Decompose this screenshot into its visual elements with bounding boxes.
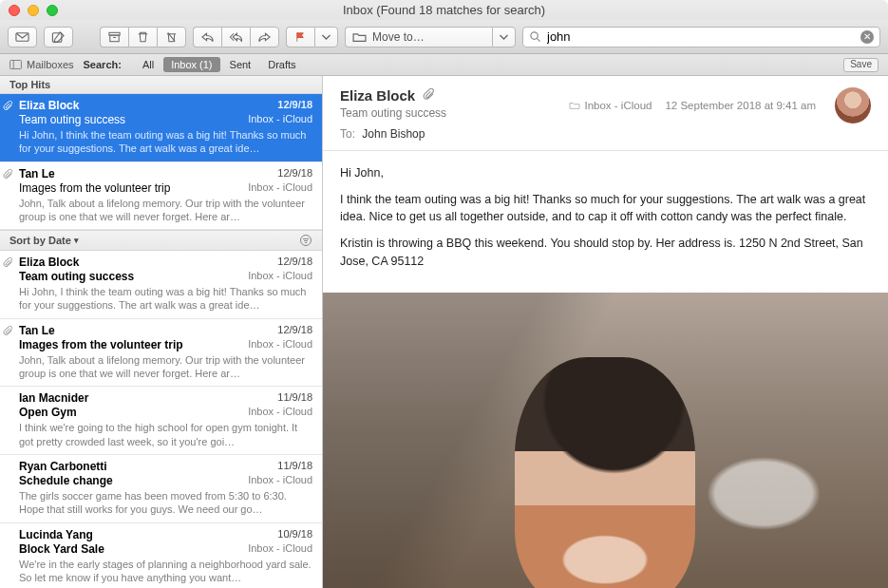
- row-mailbox: Inbox - iCloud: [248, 181, 312, 195]
- reply-icon: [200, 30, 215, 44]
- to-value[interactable]: John Bishop: [362, 127, 425, 141]
- flag-menu-button[interactable]: [314, 27, 338, 47]
- zoom-window-button[interactable]: [47, 5, 58, 16]
- row-mailbox: Inbox - iCloud: [248, 338, 312, 351]
- section-label: Top Hits: [9, 79, 50, 90]
- sort-label: Sort by Date: [9, 235, 71, 246]
- window-title: Inbox (Found 18 matches for search): [0, 3, 888, 17]
- archive-icon: [107, 30, 122, 44]
- chevron-down-icon: [497, 30, 511, 44]
- reply-group: [193, 27, 279, 47]
- svg-line-7: [537, 38, 539, 41]
- section-sort[interactable]: Sort by Date ▾: [0, 230, 322, 251]
- archive-delete-group: [100, 27, 186, 47]
- close-window-button[interactable]: [9, 5, 20, 16]
- folder-icon: [352, 30, 367, 44]
- row-date: 10/9/18: [277, 528, 312, 541]
- svg-point-6: [531, 32, 538, 39]
- chevron-down-icon: ▾: [74, 236, 79, 245]
- forward-button[interactable]: [250, 27, 279, 47]
- get-mail-button[interactable]: [8, 27, 37, 47]
- header-mailbox[interactable]: Inbox - iCloud: [569, 100, 652, 111]
- reply-button[interactable]: [193, 27, 221, 47]
- row-subject: Team outing success: [19, 113, 125, 126]
- row-subject: Open Gym: [19, 406, 77, 419]
- row-mailbox: Inbox - iCloud: [248, 113, 312, 126]
- message-row[interactable]: Eliza Block12/9/18Team outing successInb…: [0, 251, 322, 319]
- message-row[interactable]: Tan Le12/9/18Images from the volunteer t…: [0, 319, 322, 388]
- attachment-icon: [3, 169, 13, 181]
- minimize-window-button[interactable]: [28, 5, 39, 16]
- svg-rect-3: [110, 35, 119, 42]
- scope-all[interactable]: All: [135, 57, 161, 72]
- mailboxes-label: Mailboxes: [27, 59, 74, 70]
- moveto-menu-button[interactable]: [492, 27, 516, 47]
- scope-inbox[interactable]: Inbox (1): [163, 57, 219, 72]
- mailboxes-toggle[interactable]: Mailboxes: [9, 59, 74, 70]
- row-preview: John, Talk about a lifelong memory. Our …: [19, 353, 312, 381]
- search-filter-bar: Mailboxes Search: All Inbox (1) Sent Dra…: [0, 54, 888, 76]
- flag-button[interactable]: [286, 27, 314, 47]
- row-sender: Ryan Carbonetti: [19, 460, 107, 473]
- row-sender: Eliza Block: [19, 256, 79, 269]
- row-subject: Schedule change: [19, 474, 113, 487]
- search-scope-label: Search:: [84, 59, 122, 70]
- attachment-icon[interactable]: [423, 88, 435, 104]
- row-mailbox: Inbox - iCloud: [248, 406, 312, 419]
- clear-search-button[interactable]: ✕: [860, 30, 874, 44]
- row-date: 12/9/18: [277, 256, 312, 269]
- row-mailbox: Inbox - iCloud: [248, 270, 312, 283]
- chevron-down-icon: [319, 30, 333, 44]
- attachment-icon: [3, 101, 13, 113]
- attached-image[interactable]: [323, 293, 888, 588]
- message-row[interactable]: Ian Macnider11/9/18Open GymInbox - iClou…: [0, 387, 322, 455]
- message-row[interactable]: Tan Le12/9/18Images from the volunteer t…: [0, 162, 322, 231]
- message-list: Top Hits Eliza Block12/9/18Team outing s…: [0, 76, 323, 588]
- archive-button[interactable]: [100, 27, 128, 47]
- search-icon: [529, 30, 541, 43]
- row-sender: Eliza Block: [19, 99, 79, 112]
- message-header: Inbox - iCloud 12 September 2018 at 9:41…: [323, 76, 888, 151]
- filter-icon[interactable]: [299, 234, 312, 247]
- row-subject: Team outing success: [19, 270, 134, 283]
- delete-button[interactable]: [128, 27, 157, 47]
- row-subject: Block Yard Sale: [19, 542, 104, 556]
- envelope-icon: [15, 30, 29, 44]
- row-sender: Ian Macnider: [19, 391, 88, 405]
- reading-pane: Inbox - iCloud 12 September 2018 at 9:41…: [323, 76, 888, 588]
- message-row[interactable]: Eliza Block12/9/18Team outing successInb…: [0, 94, 322, 162]
- scope-sent[interactable]: Sent: [222, 57, 259, 72]
- flag-group: [286, 27, 338, 47]
- save-search-button[interactable]: Save: [843, 58, 879, 72]
- header-timestamp: 12 September 2018 at 9:41 am: [665, 100, 816, 111]
- message-row[interactable]: Ryan Carbonetti11/9/18Schedule changeInb…: [0, 455, 322, 523]
- row-date: 12/9/18: [277, 167, 312, 180]
- toolbar: Move to… ✕: [0, 20, 888, 54]
- header-to-row: To: John Bishop: [340, 127, 871, 141]
- search-field[interactable]: ✕: [522, 27, 880, 47]
- search-input[interactable]: [547, 29, 855, 44]
- section-top-hits: Top Hits: [0, 76, 322, 94]
- moveto-button[interactable]: Move to…: [345, 27, 492, 47]
- message-row[interactable]: Lucinda Yang10/9/18Block Yard SaleInbox …: [0, 523, 322, 588]
- scope-drafts[interactable]: Drafts: [260, 57, 303, 72]
- svg-rect-8: [10, 60, 22, 68]
- row-preview: Hi John, I think the team outing was a b…: [19, 128, 312, 156]
- reply-all-button[interactable]: [221, 27, 250, 47]
- body-paragraph: I think the team outing was a big hit! T…: [340, 191, 871, 225]
- message-body: Hi John, I think the team outing was a b…: [323, 151, 888, 293]
- sender-avatar[interactable]: [835, 87, 871, 123]
- row-sender: Tan Le: [19, 167, 55, 180]
- row-preview: John, Talk about a lifelong memory. Our …: [19, 197, 312, 224]
- row-date: 12/9/18: [277, 324, 312, 337]
- row-preview: I think we're going to the high school f…: [19, 421, 312, 448]
- row-date: 11/9/18: [277, 391, 312, 405]
- header-from[interactable]: Eliza Block: [340, 87, 415, 104]
- row-preview: The girls soccer game has been moved fro…: [19, 489, 312, 517]
- compose-button[interactable]: [44, 27, 73, 47]
- flag-icon: [293, 30, 308, 44]
- to-label: To:: [340, 127, 355, 141]
- junk-button[interactable]: [157, 27, 186, 47]
- body-paragraph: Kristin is throwing a BBQ this weekend. …: [340, 235, 871, 269]
- forward-icon: [257, 30, 272, 44]
